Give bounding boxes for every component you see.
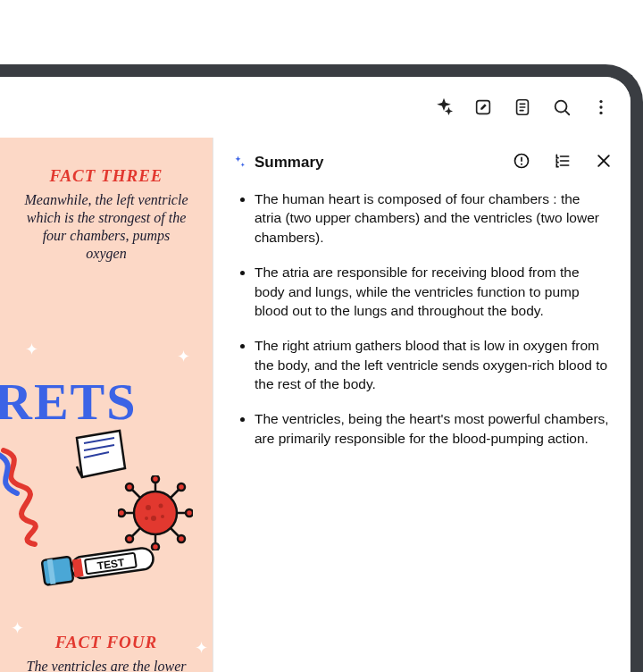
svg-point-18: [186, 509, 193, 517]
summary-title: Summary: [255, 154, 505, 172]
svg-point-12: [152, 475, 159, 483]
svg-line-6: [565, 111, 569, 114]
svg-point-7: [599, 100, 602, 103]
close-icon[interactable]: [595, 152, 613, 173]
svg-point-22: [178, 483, 185, 491]
fact-three-title: FACT THREE: [21, 166, 191, 186]
summary-panel: Summary The human heart is composed: [213, 138, 630, 672]
sparkle-decoration-icon: ✦: [177, 347, 190, 366]
summary-bullet-list: The human heart is composed of four cham…: [231, 189, 613, 464]
summary-bullet: The right atrium gathers blood that is l…: [255, 336, 613, 393]
svg-point-16: [118, 509, 125, 517]
info-warning-icon[interactable]: [513, 152, 530, 173]
fact-four-block: FACT FOUR The ventricles are the lower c…: [0, 633, 213, 672]
note-canvas[interactable]: FACT THREE Meanwhile, the left ventricle…: [0, 138, 213, 672]
fact-three-body: Meanwhile, the left ventricle which is t…: [21, 191, 191, 263]
summary-bullet: The human heart is composed of four cham…: [255, 189, 613, 247]
edit-icon[interactable]: [473, 97, 493, 117]
svg-point-20: [126, 483, 133, 491]
content-split: FACT THREE Meanwhile, the left ventricle…: [0, 138, 630, 672]
screen: FACT THREE Meanwhile, the left ventricle…: [0, 77, 630, 672]
test-tube-icon: TEST: [34, 540, 168, 590]
sparkle-decoration-icon: ✦: [25, 340, 38, 359]
fact-three-block: FACT THREE Meanwhile, the left ventricle…: [0, 166, 213, 263]
svg-point-30: [161, 515, 164, 518]
search-icon[interactable]: [552, 97, 572, 117]
ai-sparkle-icon[interactable]: [434, 97, 454, 117]
page-icon[interactable]: [513, 97, 532, 117]
svg-point-39: [521, 164, 522, 165]
ai-sparkle-icon: [231, 155, 247, 171]
fact-four-title: FACT FOUR: [21, 633, 191, 652]
outline-toggle-icon[interactable]: [554, 152, 572, 173]
svg-point-10: [134, 491, 177, 534]
summary-bullet: The atria are responsible for receiving …: [255, 263, 613, 320]
svg-point-29: [151, 516, 156, 521]
svg-point-31: [145, 517, 148, 520]
top-toolbar: [0, 77, 630, 138]
svg-rect-32: [42, 557, 74, 585]
squiggle-doodle-icon: [0, 441, 57, 549]
svg-point-27: [146, 505, 151, 510]
summary-bullet: The ventricles, being the heart's most p…: [255, 409, 613, 448]
summary-header: Summary: [231, 152, 613, 173]
svg-point-26: [178, 535, 185, 542]
tablet-frame: FACT THREE Meanwhile, the left ventricle…: [0, 64, 643, 672]
svg-point-9: [599, 112, 602, 114]
fact-four-body: The ventricles are the lower chambers of…: [21, 658, 191, 672]
more-icon[interactable]: [591, 97, 611, 117]
cropped-word-rets: RETS: [0, 372, 138, 432]
svg-point-8: [599, 105, 602, 108]
svg-point-28: [159, 504, 163, 508]
